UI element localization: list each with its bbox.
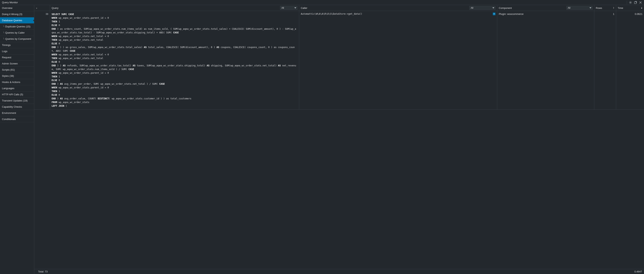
sidebar-item-18[interactable]: Conditionals [0, 116, 34, 122]
sidebar-item-17[interactable]: Environment [0, 110, 34, 116]
titlebar: Query Monitor [0, 0, 644, 5]
sidebar-item-label: Languages [2, 87, 14, 90]
col-header-component: Component All [497, 5, 594, 11]
col-header-caller-label: Caller [301, 6, 307, 9]
rows-sort-icon[interactable]: ▲▼ [613, 7, 614, 9]
sidebar-item-label: Queries by Caller [5, 31, 24, 34]
sidebar-item-14[interactable]: HTTP API Calls (5) [0, 92, 34, 98]
sidebar-item-label: Doing it Wrong (3) [2, 13, 22, 16]
sidebar-item-label: Styles (38) [2, 74, 14, 77]
sidebar-item-8[interactable]: Request [0, 54, 34, 61]
caller-text: Automattic\W\A\A\R\O\S\DataStore->get_da… [301, 12, 362, 15]
sidebar-item-1[interactable]: Doing it Wrong (3) [0, 11, 34, 17]
rows-cell: 1 [594, 11, 616, 110]
sidebar-item-5[interactable]: └Queries by Component [0, 36, 34, 42]
footer-time-total: 0.4847 [634, 270, 642, 273]
footer-total: Total: 73 [38, 270, 48, 273]
sidebar-item-9[interactable]: Admin Screen [0, 61, 34, 67]
query-monitor-panel: Query Monitor OverviewDoing it Wrong (3)… [0, 0, 644, 274]
panel-title: Query Monitor [2, 1, 18, 4]
sidebar-item-label: Capability Checks [2, 105, 22, 108]
collapse-all-icon[interactable]: ▼ [36, 7, 38, 9]
close-icon[interactable] [638, 0, 643, 5]
sidebar-item-10[interactable]: Scripts (81) [0, 67, 34, 73]
sidebar-item-label: Queries by Component [5, 37, 31, 40]
sidebar-item-label: Duplicate Queries (15) [5, 25, 30, 28]
col-header-caller: Caller All [299, 5, 497, 11]
sidebar-item-11[interactable]: Styles (38) [0, 73, 34, 79]
tree-prefix-icon: └ [3, 31, 4, 34]
row-number: 38 [34, 11, 50, 110]
table-row: 38 SELECT SUM( CASE WHEN wp_aqea_wc_orde… [34, 11, 644, 110]
component-filter-select[interactable]: All [566, 6, 592, 10]
sidebar-item-label: Timings [2, 44, 11, 46]
svg-rect-1 [634, 2, 636, 4]
sql-text: SELECT SUM( CASE WHEN wp_aqea_wc_order_s… [52, 12, 298, 108]
sidebar-item-12[interactable]: Hooks & Actions [0, 79, 34, 85]
titlebar-divider [627, 1, 627, 4]
sidebar-item-6[interactable]: Timings [0, 42, 34, 48]
sidebar-item-2[interactable]: Database Queries [0, 17, 34, 23]
sidebar-item-13[interactable]: Languages [0, 85, 34, 92]
sidebar-item-label: Transient Updates (19) [2, 99, 28, 102]
sidebar-item-4[interactable]: └Queries by Caller [0, 30, 34, 36]
time-cell: 0.0621 [616, 11, 644, 110]
svg-point-0 [630, 2, 631, 3]
query-table: ▼ Query All [34, 5, 644, 110]
sidebar-item-label: Hooks & Actions [2, 81, 20, 84]
sidebar-item-label: Admin Screen [2, 62, 18, 65]
query-grid-wrapper[interactable]: ▼ Query All [34, 5, 644, 269]
sidebar-item-7[interactable]: Logs [0, 48, 34, 54]
popout-icon[interactable] [633, 0, 638, 5]
sidebar-item-15[interactable]: Transient Updates (19) [0, 98, 34, 104]
sidebar-item-label: Overview [2, 6, 12, 9]
col-header-component-label: Component [499, 6, 512, 9]
panel-body: OverviewDoing it Wrong (3)Database Queri… [0, 5, 644, 274]
titlebar-actions [626, 0, 643, 5]
col-header-query-label: Query [52, 6, 58, 9]
sidebar-item-label: Request [2, 56, 11, 59]
col-header-time[interactable]: Time ▲▼ [616, 5, 644, 11]
sidebar-item-3[interactable]: └Duplicate Queries (15) [0, 23, 34, 30]
query-cell[interactable]: SELECT SUM( CASE WHEN wp_aqea_wc_order_s… [50, 11, 299, 110]
component-cell: Plugin: woocommerce [497, 11, 594, 110]
expand-caller-button[interactable]: + [493, 12, 496, 15]
query-filter-select[interactable]: All [280, 6, 298, 10]
sidebar-item-label: Environment [2, 112, 16, 115]
sidebar-item-label: Logs [2, 50, 7, 53]
tree-prefix-icon: └ [3, 37, 4, 40]
footer: Total: 73 0.4847 [34, 269, 644, 274]
sidebar-item-label: Conditionals [2, 118, 16, 121]
sidebar-item-16[interactable]: Capability Checks [0, 104, 34, 110]
col-header-rows-label: Rows [596, 6, 602, 9]
col-header-time-label: Time [618, 6, 623, 9]
time-sort-icon[interactable]: ▲▼ [641, 7, 642, 9]
sidebar-item-label: HTTP API Calls (5) [2, 93, 23, 96]
sidebar: OverviewDoing it Wrong (3)Database Queri… [0, 5, 34, 274]
tree-prefix-icon: └ [3, 25, 4, 28]
col-header-query: Query All [50, 5, 299, 11]
caller-filter-select[interactable]: All [469, 6, 496, 10]
col-header-rows[interactable]: Rows ▲▼ [594, 5, 616, 11]
sidebar-item-0[interactable]: Overview [0, 5, 34, 11]
caller-cell: Automattic\W\A\A\R\O\S\DataStore->get_da… [299, 11, 497, 110]
sidebar-item-label: Database Queries [2, 19, 22, 22]
gear-icon[interactable] [628, 0, 633, 5]
col-header-num[interactable]: ▼ [34, 5, 50, 11]
sidebar-item-label: Scripts (81) [2, 68, 15, 71]
main: ▼ Query All [34, 5, 644, 274]
